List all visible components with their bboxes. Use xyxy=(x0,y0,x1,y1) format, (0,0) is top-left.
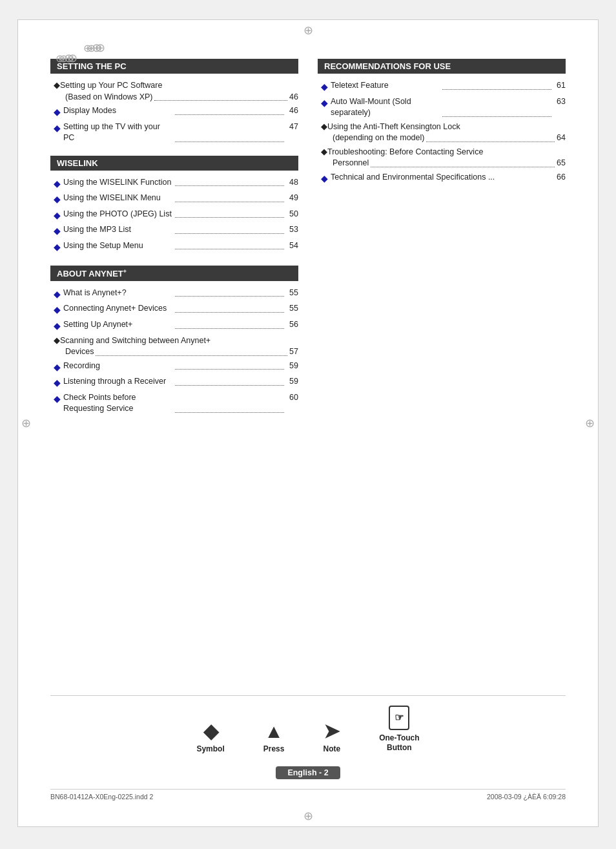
toc-dots xyxy=(175,376,285,386)
toc-dots xyxy=(175,209,285,218)
toc-entry-text: Using the Setup Menu xyxy=(63,240,173,252)
toc-page: 53 xyxy=(289,224,298,236)
footer-symbols: ◆ Symbol ▲ Press ➤ Note One-TouchButton xyxy=(50,706,566,753)
list-item: ◆ Setting Up Anynet+ 56 xyxy=(54,319,298,333)
toc-page: 61 xyxy=(557,80,566,92)
toc-entry: Teletext Feature 61 xyxy=(331,80,566,92)
center-cross-right: ⊕ xyxy=(585,416,595,430)
page-container: ⊕ ⊕ ⊕ ⊕ ⊕ ⊕ ⊕ ⊕ SETTING THE PC ◆ Setting… xyxy=(17,19,599,827)
toc-entry-text: Teletext Feature xyxy=(331,80,440,92)
toc-entry-text: Using the WISELINK Function xyxy=(63,177,173,189)
toc-page: 54 xyxy=(289,240,298,252)
toc-entry: Listening through a Receiver 59 xyxy=(63,376,298,388)
bullet-icon: ◆ xyxy=(54,80,60,92)
toc-entry-text: Recording xyxy=(63,361,173,372)
toc-entry-text: Setting Up Anynet+ xyxy=(63,319,173,331)
list-item: ◆ Check Points before Requesting Service… xyxy=(54,392,298,415)
toc-entry-text: Setting up Your PC Software xyxy=(60,80,162,92)
toc-entry: Using the WISELINK Menu 49 xyxy=(63,193,298,204)
list-item: ◆ Using the Anti-Theft Kensington Lock (… xyxy=(321,121,566,144)
list-item: ◆ What is Anynet+? 55 xyxy=(54,288,298,301)
toc-page: 57 xyxy=(289,346,298,358)
toc-entry-text: Setting up the TV with your PC xyxy=(63,121,173,144)
list-item: ◆ Setting up the TV with your PC 47 xyxy=(54,121,298,144)
symbol-item-press: ▲ Press xyxy=(263,722,285,753)
toc-entry: Recording 59 xyxy=(63,361,298,372)
footer-divider xyxy=(50,695,566,696)
bullet-icon: ◆ xyxy=(321,97,328,110)
toc-dots xyxy=(96,355,287,356)
toc-dots xyxy=(175,288,285,297)
toc-entry: Setting Up Anynet+ 56 xyxy=(63,319,298,331)
list-item: ◆ Connecting Anynet+ Devices 55 xyxy=(54,303,298,317)
toc-dots xyxy=(175,303,285,313)
toc-dots xyxy=(442,96,552,117)
main-content: SETTING THE PC ◆ Setting up Your PC Soft… xyxy=(50,59,566,426)
toc-list-setting-pc: ◆ Setting up Your PC Software (Based on … xyxy=(50,80,298,144)
toc-dots xyxy=(175,319,285,329)
toc-dots xyxy=(175,105,285,115)
toc-entry-text: Check Points before Requesting Service xyxy=(63,392,173,415)
toc-entry-text: Scanning and Switching between Anynet+ xyxy=(60,335,210,347)
toc-entry-text: What is Anynet+? xyxy=(63,288,173,299)
toc-entry: Using the PHOTO (JPEG) List 50 xyxy=(63,209,298,220)
toc-entry-text: Connecting Anynet+ Devices xyxy=(63,303,173,315)
bullet-icon: ◆ xyxy=(321,121,327,133)
toc-entry-text: Using the WISELINK Menu xyxy=(63,193,173,204)
section-header-wiselink: WISELINK xyxy=(50,156,298,171)
list-item: ◆ Auto Wall-Mount (Sold separately) 63 xyxy=(321,96,566,119)
symbol-item-symbol: ◆ Symbol xyxy=(196,722,224,753)
bullet-icon: ◆ xyxy=(54,241,61,254)
toc-list-wiselink: ◆ Using the WISELINK Function 48 ◆ Using… xyxy=(50,177,298,254)
center-cross-left: ⊕ xyxy=(21,416,31,430)
toc-list-recommendations: ◆ Teletext Feature 61 ◆ Auto Wall-Mount … xyxy=(318,80,566,185)
toc-entry: Auto Wall-Mount (Sold separately) 63 xyxy=(331,96,566,119)
page-badge: English - 2 xyxy=(276,766,340,779)
toc-page: 50 xyxy=(289,209,298,220)
toc-entry-text: Display Modes xyxy=(63,105,173,117)
bullet-icon: ◆ xyxy=(54,288,61,301)
list-item: ◆ Using the WISELINK Function 48 xyxy=(54,177,298,191)
footer-page-label: English - 2 xyxy=(50,766,566,779)
toc-list-anynet: ◆ What is Anynet+? 55 ◆ Connecting Anyne… xyxy=(50,288,298,415)
toc-dots xyxy=(175,177,285,187)
toc-subtext: (depending on the model) xyxy=(333,132,424,144)
toc-entry: Connecting Anynet+ Devices 55 xyxy=(63,303,298,315)
section-header-anynet: ABOUT ANYNET+ xyxy=(50,266,298,281)
bullet-icon: ◆ xyxy=(321,173,328,185)
toc-page: 47 xyxy=(289,121,298,144)
toc-page: 48 xyxy=(289,177,298,189)
press-label: Press xyxy=(263,744,285,753)
list-item: ◆ Scanning and Switching between Anynet+… xyxy=(54,335,298,358)
list-item: ◆ Using the Setup Menu 54 xyxy=(54,240,298,254)
toc-dots xyxy=(175,392,285,413)
toc-page: 46 xyxy=(289,92,298,103)
toc-page: 64 xyxy=(557,132,566,144)
toc-entry: Check Points before Requesting Service 6… xyxy=(63,392,298,415)
bullet-icon: ◆ xyxy=(321,147,327,158)
note-label: Note xyxy=(323,744,340,753)
toc-page: 55 xyxy=(289,303,298,315)
list-item: ◆ Troubleshooting: Before Contacting Ser… xyxy=(321,147,566,169)
onetouch-label: One-TouchButton xyxy=(379,733,419,753)
footer-bottom-bar: BN68-01412A-X0Eng-0225.indd 2 2008-03-09… xyxy=(50,789,566,801)
diamond-icon: ◆ xyxy=(203,722,218,741)
toc-entry-text: Auto Wall-Mount (Sold separately) xyxy=(331,96,440,119)
toc-entry: Using the Setup Menu 54 xyxy=(63,240,298,252)
toc-page: 66 xyxy=(557,172,566,183)
right-column: RECOMMENDATIONS FOR USE ◆ Teletext Featu… xyxy=(318,59,566,426)
toc-entry-text: Using the MP3 List xyxy=(63,224,173,236)
center-cross-top: ⊕ xyxy=(303,23,313,37)
press-arrow-icon: ▲ xyxy=(264,722,283,741)
toc-entry-text: Using the Anti-Theft Kensington Lock xyxy=(327,121,460,133)
bullet-icon: ◆ xyxy=(54,178,61,191)
toc-page: 63 xyxy=(557,96,566,119)
list-item: ◆ Using the PHOTO (JPEG) List 50 xyxy=(54,209,298,222)
toc-subtext: Personnel xyxy=(333,158,369,169)
bullet-icon: ◆ xyxy=(321,81,328,94)
toc-entry: Using the WISELINK Function 48 xyxy=(63,177,298,189)
toc-dots xyxy=(175,224,285,234)
footer: ◆ Symbol ▲ Press ➤ Note One-TouchButton … xyxy=(50,695,566,801)
toc-entry: Using the MP3 List 53 xyxy=(63,224,298,236)
bullet-icon: ◆ xyxy=(54,225,61,238)
